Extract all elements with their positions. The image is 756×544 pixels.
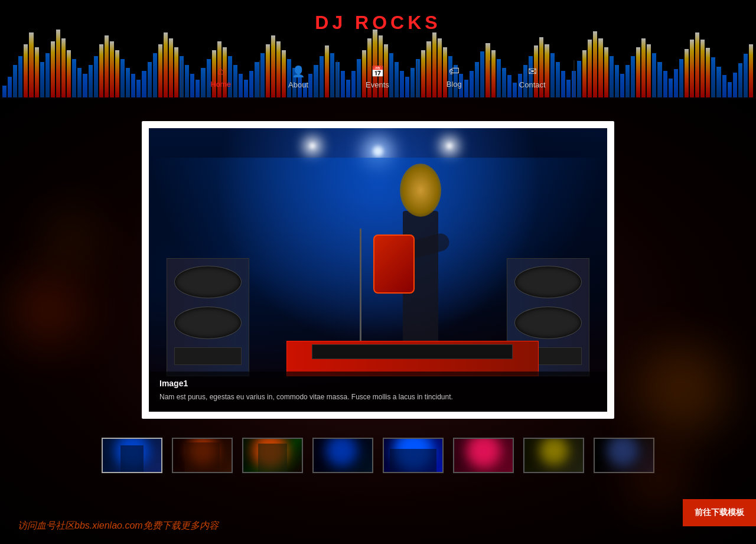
light-center (373, 146, 383, 157)
nav-events-label: Events (366, 80, 389, 89)
thumbnail-5[interactable] (383, 438, 444, 473)
thumbnail-1[interactable] (102, 438, 162, 473)
light-right (447, 143, 452, 149)
header: DJ ROCKS ⌂ Home 👤 About 📅 Events 🏷 Blog … (0, 0, 756, 97)
thumbnail-7[interactable] (523, 438, 584, 473)
thumbnail-2[interactable] (172, 438, 233, 473)
nav-about-label: About (288, 80, 308, 89)
slideshow-outer: Image1 Nam est purus, egestas eu varius … (142, 121, 614, 419)
caption-title: Image1 (159, 379, 597, 388)
image-caption: Image1 Nam est purus, egestas eu varius … (149, 372, 607, 412)
watermark: 访问血号社区bbs.xienlao.com免费下载更多内容 (18, 520, 219, 532)
slideshow-inner: Image1 Nam est purus, egestas eu varius … (149, 128, 607, 412)
tag-icon: 🏷 (449, 65, 460, 77)
bokeh-left2 (47, 216, 94, 263)
nav-contact[interactable]: ✉ Contact (491, 60, 575, 97)
concert-image (149, 128, 607, 412)
page-body: Image1 Nam est purus, egestas eu varius … (0, 97, 756, 544)
download-cta-button[interactable]: 前往下载模板 (683, 499, 756, 526)
caption-text: Nam est purus, egestas eu varius in, com… (159, 392, 597, 402)
nav-home[interactable]: ⌂ Home (181, 60, 260, 97)
thumbnail-strip (0, 438, 756, 473)
mail-icon: ✉ (528, 65, 537, 78)
bokeh-right (638, 346, 726, 434)
nav-events[interactable]: 📅 Events (337, 60, 418, 97)
thumbnail-3[interactable] (242, 438, 303, 473)
main-nav: ⌂ Home 👤 About 📅 Events 🏷 Blog ✉ Contact (181, 60, 574, 97)
dj-table (286, 341, 539, 376)
performer-silhouette (367, 164, 474, 364)
nav-about[interactable]: 👤 About (260, 60, 337, 97)
nav-blog[interactable]: 🏷 Blog (418, 60, 491, 97)
calendar-icon: 📅 (371, 65, 384, 78)
thumbnail-8[interactable] (594, 438, 654, 473)
thumbnail-6[interactable] (453, 438, 514, 473)
home-icon: ⌂ (217, 65, 224, 77)
site-title: DJ ROCKS (315, 12, 441, 34)
nav-home-label: Home (210, 80, 231, 89)
nav-contact-label: Contact (519, 80, 546, 89)
thumbnail-4[interactable] (312, 438, 373, 473)
speakers-left (167, 258, 249, 376)
nav-blog-label: Blog (447, 80, 462, 89)
person-icon: 👤 (292, 65, 305, 78)
light-left (309, 143, 315, 149)
bokeh-left (12, 275, 83, 346)
